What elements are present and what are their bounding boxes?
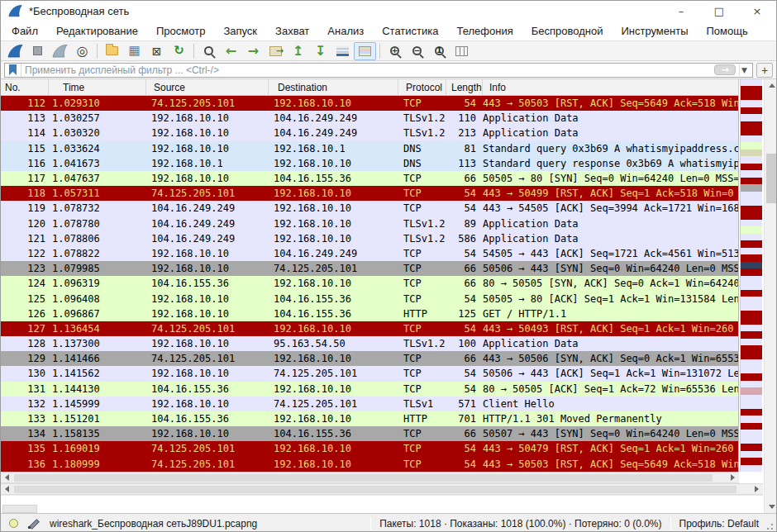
window-hscrollbar[interactable] — [1, 483, 763, 495]
menu-item-tools[interactable]: Инструменты — [612, 22, 697, 40]
menu-item-analyze[interactable]: Анализ — [318, 22, 373, 40]
close-button[interactable]: × — [738, 1, 776, 21]
vertical-scrollbar[interactable] — [764, 79, 777, 513]
apply-filter-icon[interactable]: → — [714, 64, 736, 75]
packet-row-113[interactable]: 1131.030257192.168.10.10104.16.249.249TL… — [1, 111, 738, 126]
zoom-in-icon[interactable]: + — [384, 42, 406, 60]
column-header-len[interactable]: Length — [446, 79, 483, 95]
packet-row-116[interactable]: 1161.041673192.168.10.1192.168.10.10DNS1… — [1, 156, 738, 171]
cell-time: 1.029310 — [49, 97, 146, 109]
column-header-no[interactable]: No. — [1, 79, 49, 95]
scroll-right-icon[interactable] — [751, 484, 763, 494]
cell-time: 1.047637 — [49, 173, 146, 184]
menu-item-telephony[interactable]: Телефония — [447, 22, 522, 40]
packet-row-132[interactable]: 1321.145999192.168.10.1074.125.205.101TL… — [1, 397, 738, 411]
packet-row-129[interactable]: 1291.14146674.125.205.101192.168.10.10TC… — [1, 351, 738, 366]
menu-item-view[interactable]: Просмотр — [147, 22, 214, 40]
filter-bookmark-button[interactable] — [5, 64, 21, 77]
packet-row-118[interactable]: 1181.05731174.125.205.101192.168.10.10TC… — [1, 186, 738, 201]
resize-grip-icon[interactable] — [765, 523, 774, 531]
packet-row-126[interactable]: 1261.096867192.168.10.10104.16.155.36HTT… — [1, 306, 738, 321]
packet-row-135[interactable]: 1351.16901974.125.205.101192.168.10.10TC… — [1, 441, 738, 456]
save-file-icon[interactable]: ▦ — [123, 42, 145, 60]
first-packet-icon[interactable]: ↥ — [287, 42, 309, 60]
cell-no: 116 — [1, 158, 49, 169]
packet-row-124[interactable]: 1241.096319104.16.155.36192.168.10.10TCP… — [1, 276, 738, 291]
restart-capture-icon[interactable] — [49, 42, 71, 60]
cell-dst: 74.125.205.101 — [269, 398, 398, 410]
zoom-reset-icon[interactable]: 1 — [428, 42, 450, 60]
last-packet-icon[interactable]: ↧ — [309, 42, 331, 60]
packet-row-125[interactable]: 1251.096408192.168.10.10104.16.155.36TCP… — [1, 291, 738, 306]
start-capture-icon[interactable] — [4, 42, 26, 60]
goto-packet-icon[interactable]: → — [265, 42, 287, 60]
status-bar: wireshark_Беспроводная сетьJ89DU1.pcapng… — [1, 513, 776, 532]
cell-src: 192.168.10.10 — [146, 338, 269, 349]
auto-scroll-icon[interactable] — [331, 42, 354, 60]
find-packet-icon[interactable] — [198, 42, 220, 60]
scroll-left-icon[interactable] — [1, 484, 13, 494]
packet-minimap[interactable] — [740, 79, 762, 472]
display-filter-input[interactable] — [21, 64, 714, 76]
packet-row-122[interactable]: 1221.078822192.168.10.10104.16.249.249TC… — [1, 246, 738, 261]
zoom-out-icon[interactable]: − — [406, 42, 428, 60]
packet-list-hscrollbar[interactable] — [1, 472, 739, 483]
column-header-proto[interactable]: Protocol — [398, 79, 446, 95]
packet-row-134[interactable]: 1341.158135192.168.10.10104.16.155.36TCP… — [1, 426, 738, 441]
menu-item-help[interactable]: Помощь — [698, 22, 757, 40]
cell-time: 1.169019 — [49, 443, 146, 454]
previous-packet-icon[interactable]: ← — [220, 42, 242, 60]
packet-row-115[interactable]: 1151.033624192.168.10.10192.168.10.1DNS8… — [1, 141, 738, 156]
cell-time: 1.041673 — [49, 158, 146, 169]
add-filter-button[interactable]: + — [756, 63, 773, 78]
reload-file-icon[interactable]: ↻ — [168, 42, 190, 60]
close-file-icon[interactable]: ⊠ — [145, 42, 168, 60]
packet-row-120[interactable]: 1201.078780104.16.249.249192.168.10.10TL… — [1, 216, 738, 231]
next-packet-icon[interactable]: → — [242, 42, 265, 60]
column-header-time[interactable]: Time — [49, 79, 146, 95]
menu-item-wireless[interactable]: Беспроводной — [522, 22, 613, 40]
packet-row-130[interactable]: 1301.141562192.168.10.1074.125.205.101TC… — [1, 366, 738, 381]
scroll-down-icon[interactable] — [765, 501, 777, 513]
packet-row-112[interactable]: 1121.02931074.125.205.101192.168.10.10TC… — [1, 96, 738, 111]
column-header-info[interactable]: Info — [483, 79, 738, 95]
scroll-right-icon[interactable] — [727, 473, 739, 482]
resize-columns-icon[interactable] — [450, 42, 473, 60]
maximize-button[interactable]: □ — [700, 1, 738, 21]
packet-row-117[interactable]: 1171.047637192.168.10.10104.16.155.36TCP… — [1, 171, 738, 186]
capture-comment-icon[interactable] — [28, 518, 40, 529]
minimize-button[interactable]: – — [662, 1, 700, 21]
menu-item-file[interactable]: Файл — [2, 22, 47, 40]
open-file-icon[interactable] — [101, 42, 123, 60]
colorize-icon[interactable] — [354, 42, 376, 60]
vertical-scroll-thumb[interactable] — [766, 154, 777, 203]
packet-row-121[interactable]: 1211.078806104.16.249.249192.168.10.10TL… — [1, 231, 738, 246]
packet-row-123[interactable]: 1231.079985192.168.10.1074.125.205.101TC… — [1, 261, 738, 276]
stop-capture-icon[interactable] — [26, 42, 49, 60]
hscroll-thumb[interactable] — [14, 486, 736, 493]
menu-item-statistics[interactable]: Статистика — [373, 22, 447, 40]
profile-label[interactable]: Профиль: Default — [676, 518, 763, 530]
packet-row-119[interactable]: 1191.078732104.16.249.249192.168.10.10TC… — [1, 201, 738, 216]
scroll-up-icon[interactable] — [765, 79, 777, 92]
column-header-src[interactable]: Source — [146, 79, 269, 95]
cell-time: 1.033624 — [49, 143, 146, 154]
hscroll-thumb[interactable] — [14, 474, 713, 482]
packet-row-131[interactable]: 1311.144130104.16.155.36192.168.10.10TCP… — [1, 382, 738, 397]
column-header-dst[interactable]: Destination — [269, 79, 398, 95]
menu-item-go[interactable]: Запуск — [214, 22, 266, 40]
packet-row-127[interactable]: 1271.13645474.125.205.101192.168.10.10TC… — [1, 321, 738, 336]
cell-no: 115 — [1, 143, 49, 154]
packet-row-136[interactable]: 1361.18099974.125.205.101192.168.10.10TC… — [1, 457, 738, 472]
capture-options-icon[interactable]: ◎ — [71, 42, 93, 60]
cell-dst: 192.168.10.10 — [269, 458, 398, 470]
packet-row-114[interactable]: 1141.030320192.168.10.10104.16.249.249TL… — [1, 126, 738, 140]
display-filter-box[interactable]: → ▼ — [4, 63, 753, 78]
packet-row-128[interactable]: 1281.137300192.168.10.1095.163.54.50TLSv… — [1, 336, 738, 351]
filter-dropdown-icon[interactable]: ▼ — [739, 64, 752, 76]
expert-info-icon[interactable] — [9, 519, 18, 528]
packet-row-133[interactable]: 1331.151201104.16.155.36192.168.10.10HTT… — [1, 411, 738, 426]
menu-item-capture[interactable]: Захват — [266, 22, 318, 40]
scroll-left-icon[interactable] — [1, 473, 13, 482]
menu-item-edit[interactable]: Редактирование — [47, 22, 147, 40]
